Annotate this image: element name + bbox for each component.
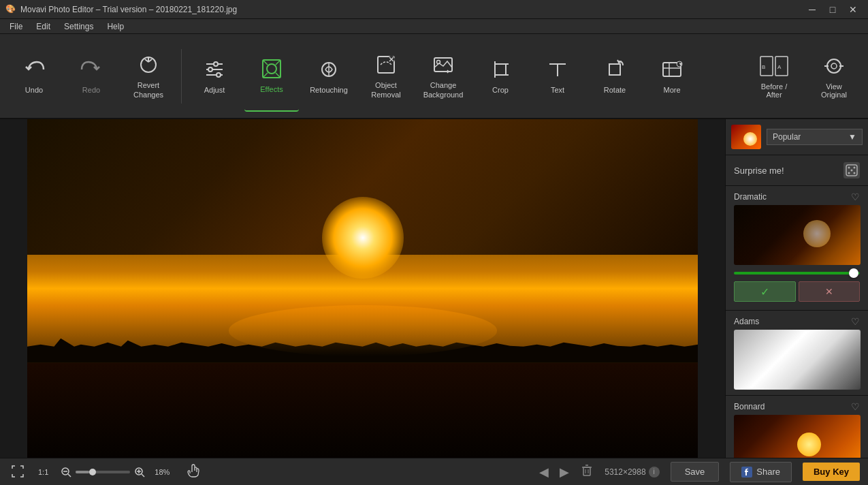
- svg-point-45: [848, 172, 850, 174]
- delete-image-button[interactable]: [580, 463, 594, 480]
- menu-help[interactable]: Help: [100, 20, 131, 33]
- effects-button[interactable]: Effects: [244, 40, 299, 112]
- undo-button[interactable]: Undo: [7, 40, 61, 112]
- change-background-icon: [431, 52, 455, 77]
- zoom-out-icon: [60, 466, 72, 478]
- svg-text:▼: ▼: [678, 61, 684, 67]
- zoom-out-button[interactable]: [59, 465, 73, 479]
- retouching-button[interactable]: Retouching: [302, 40, 356, 112]
- one-to-one-button[interactable]: 1:1: [35, 467, 51, 478]
- prev-image-button[interactable]: ◀: [539, 465, 549, 480]
- object-removal-button[interactable]: ObjectRemoval: [359, 40, 413, 112]
- svg-rect-21: [495, 64, 506, 75]
- effect-thumbnail-adams[interactable]: [734, 330, 861, 390]
- canvas-area[interactable]: [0, 119, 725, 458]
- favorite-adams-button[interactable]: ♡: [851, 316, 860, 327]
- svg-point-38: [827, 59, 841, 73]
- redo-label: Redo: [82, 86, 100, 95]
- rotate-icon: [602, 57, 627, 82]
- more-label: More: [663, 86, 680, 95]
- svg-line-11: [263, 73, 268, 78]
- bottom-right: ◀ ▶ 5312×2988 i Save Share Buy Key: [539, 462, 860, 482]
- photo-canvas: [27, 119, 698, 458]
- maximize-button[interactable]: □: [823, 3, 842, 16]
- effect-thumbnail-dramatic[interactable]: [734, 205, 861, 265]
- fit-to-screen-button[interactable]: [8, 463, 27, 481]
- surprise-button[interactable]: [843, 162, 860, 178]
- next-image-button[interactable]: ▶: [560, 465, 569, 480]
- category-label: Popular: [773, 132, 801, 142]
- panel-header: Popular ▼: [726, 119, 868, 155]
- zoom-controls: [59, 465, 146, 479]
- category-dropdown[interactable]: Popular ▼: [767, 129, 863, 145]
- undo-label: Undo: [25, 86, 43, 95]
- surprise-section: Surprise me!: [726, 155, 868, 186]
- window-controls: ─ □ ✕: [803, 3, 863, 16]
- buy-key-button[interactable]: Buy Key: [803, 463, 860, 481]
- svg-point-46: [854, 172, 856, 174]
- before-after-label: Before /After: [761, 82, 788, 99]
- title-bar: 🎨 Movavi Photo Editor – Trial version – …: [0, 0, 868, 19]
- adjust-label: Adjust: [204, 86, 225, 95]
- redo-icon: [79, 57, 103, 82]
- effect-card-dramatic: Dramatic ♡ ✓ ✕: [726, 186, 868, 311]
- minimize-button[interactable]: ─: [803, 3, 822, 16]
- menu-bar: File Edit Settings Help: [0, 19, 868, 34]
- text-icon: [545, 57, 570, 82]
- svg-point-5: [208, 67, 212, 72]
- apply-dramatic-button[interactable]: ✓: [734, 281, 796, 302]
- effect-card-bonnard: Bonnard ♡: [726, 396, 868, 458]
- favorite-bonnard-button[interactable]: ♡: [851, 401, 860, 412]
- menu-file[interactable]: File: [3, 20, 29, 33]
- save-button[interactable]: Save: [671, 462, 720, 482]
- object-removal-icon: [374, 52, 398, 77]
- view-original-button[interactable]: ViewOriginal: [807, 40, 861, 112]
- crop-button[interactable]: Crop: [473, 40, 528, 112]
- svg-point-44: [854, 167, 856, 169]
- revert-button[interactable]: RevertChanges: [121, 40, 176, 112]
- pan-tool-button[interactable]: [187, 464, 200, 480]
- image-info: 5312×2988 i: [605, 467, 659, 478]
- text-button[interactable]: Text: [530, 40, 585, 112]
- panel-thumbnail: [731, 125, 761, 149]
- info-icon[interactable]: i: [649, 467, 660, 478]
- favorite-dramatic-button[interactable]: ♡: [851, 191, 860, 202]
- redo-button[interactable]: Redo: [64, 40, 118, 112]
- change-background-button[interactable]: ChangeBackground: [416, 40, 470, 112]
- svg-point-39: [831, 63, 837, 69]
- share-button[interactable]: Share: [730, 462, 792, 482]
- revert-icon: [136, 52, 161, 77]
- zoom-slider[interactable]: [76, 471, 130, 473]
- title-bar-left: 🎨 Movavi Photo Editor – Trial version – …: [5, 4, 237, 15]
- effect-thumbnail-bonnard[interactable]: [734, 415, 861, 458]
- rotate-button[interactable]: Rotate: [588, 40, 642, 112]
- view-original-icon: [822, 54, 846, 78]
- menu-edit[interactable]: Edit: [29, 20, 57, 33]
- effect-card-adams: Adams ♡: [726, 311, 868, 396]
- adjust-button[interactable]: Adjust: [187, 40, 242, 112]
- dropdown-arrow-icon: ▼: [848, 132, 856, 142]
- toolbar-separator-1: [181, 49, 182, 104]
- image-dimensions: 5312×2988: [605, 467, 645, 477]
- before-after-button[interactable]: B A Before /After: [747, 40, 801, 112]
- object-removal-label: ObjectRemoval: [371, 81, 400, 99]
- more-button[interactable]: ▼ More: [645, 40, 699, 112]
- main-area: Popular ▼ Surprise me! Dramatic: [0, 119, 868, 458]
- effect-name-bonnard: Bonnard: [734, 402, 765, 411]
- right-panel: Popular ▼ Surprise me! Dramatic: [725, 119, 868, 458]
- cancel-dramatic-button[interactable]: ✕: [799, 281, 861, 302]
- menu-settings[interactable]: Settings: [57, 20, 100, 33]
- effect-header-dramatic: Dramatic ♡: [726, 186, 868, 205]
- dramatic-slider[interactable]: [734, 272, 860, 275]
- dramatic-slider-thumb[interactable]: [849, 268, 858, 278]
- svg-point-20: [437, 61, 440, 64]
- zoom-in-button[interactable]: [133, 465, 146, 479]
- close-button[interactable]: ✕: [843, 3, 863, 16]
- water-reflection: [229, 305, 497, 356]
- before-after-icon: B A: [759, 54, 789, 78]
- svg-point-8: [267, 64, 276, 74]
- svg-line-52: [142, 474, 144, 477]
- revert-label: RevertChanges: [133, 81, 163, 99]
- trash-icon: [580, 463, 594, 477]
- sun-glow: [322, 197, 404, 279]
